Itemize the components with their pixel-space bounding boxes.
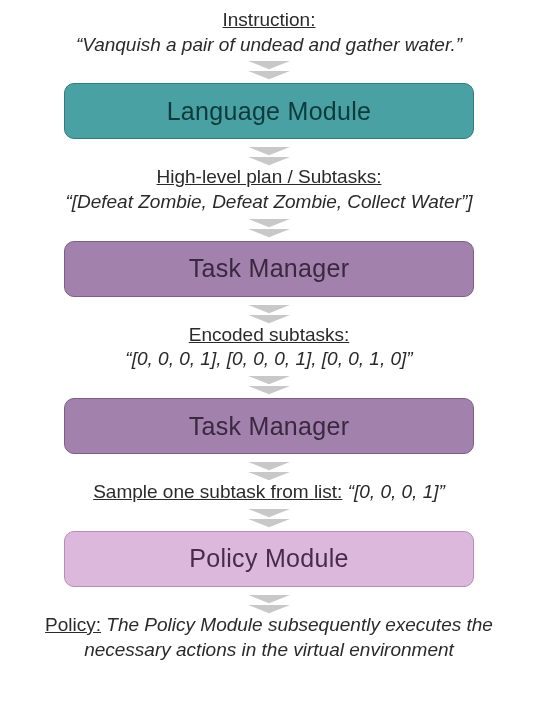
caption-sample-text: “[0, 0, 0, 1]” (348, 481, 445, 502)
caption-encoded: Encoded subtasks: “[0, 0, 0, 1], [0, 0, … (125, 323, 412, 372)
caption-instruction-heading: Instruction: (223, 9, 316, 30)
caption-sample: Sample one subtask from list: “[0, 0, 0,… (93, 480, 445, 505)
arrow-icon (246, 509, 292, 529)
caption-encoded-heading: Encoded subtasks: (189, 324, 350, 345)
svg-marker-3 (248, 157, 290, 165)
arrow-icon (246, 595, 292, 615)
arrow-icon (246, 147, 292, 167)
arrow-icon (246, 219, 292, 239)
task-manager-label-1: Task Manager (189, 254, 350, 283)
arrow-icon (246, 61, 292, 81)
svg-marker-15 (248, 605, 290, 613)
caption-plan: High-level plan / Subtasks: “[Defeat Zom… (65, 165, 472, 214)
svg-marker-6 (248, 305, 290, 313)
caption-policy-heading: Policy: (45, 614, 101, 635)
caption-plan-heading: High-level plan / Subtasks: (157, 166, 382, 187)
svg-marker-11 (248, 472, 290, 480)
svg-marker-0 (248, 61, 290, 69)
task-manager-label-2: Task Manager (189, 412, 350, 441)
caption-encoded-text: “[0, 0, 0, 1], [0, 0, 0, 1], [0, 0, 1, 0… (125, 348, 412, 369)
policy-module-label: Policy Module (189, 544, 349, 573)
svg-marker-5 (248, 229, 290, 237)
svg-marker-9 (248, 386, 290, 394)
language-module-label: Language Module (167, 97, 372, 126)
svg-marker-2 (248, 147, 290, 155)
diagram-root: Instruction: “Vanquish a pair of undead … (0, 0, 538, 664)
caption-instruction: Instruction: “Vanquish a pair of undead … (76, 8, 462, 57)
svg-marker-14 (248, 595, 290, 603)
svg-marker-10 (248, 462, 290, 470)
task-manager-box-2: Task Manager (64, 398, 474, 454)
caption-sample-heading: Sample one subtask from list: (93, 481, 342, 502)
caption-instruction-text: “Vanquish a pair of undead and gather wa… (76, 34, 462, 55)
arrow-icon (246, 376, 292, 396)
svg-marker-13 (248, 519, 290, 527)
arrow-icon (246, 462, 292, 482)
svg-marker-8 (248, 376, 290, 384)
caption-policy-text: The Policy Module subsequently executes … (84, 614, 493, 660)
policy-module-box: Policy Module (64, 531, 474, 587)
svg-marker-12 (248, 509, 290, 517)
svg-marker-4 (248, 219, 290, 227)
svg-marker-7 (248, 315, 290, 323)
caption-policy: Policy: The Policy Module subsequently e… (20, 613, 518, 662)
arrow-icon (246, 305, 292, 325)
caption-plan-text: “[Defeat Zombie, Defeat Zombie, Collect … (65, 191, 472, 212)
task-manager-box-1: Task Manager (64, 241, 474, 297)
language-module-box: Language Module (64, 83, 474, 139)
svg-marker-1 (248, 71, 290, 79)
